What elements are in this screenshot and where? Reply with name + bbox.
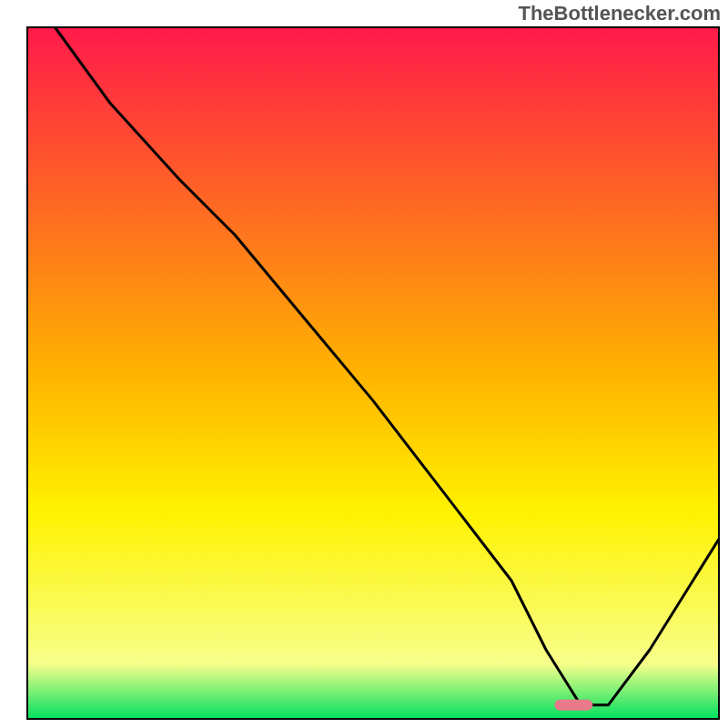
watermark-text: TheBottlenecker.com (518, 2, 721, 25)
plot-area (27, 27, 719, 719)
optimal-marker (554, 700, 592, 711)
chart-container: TheBottlenecker.com (0, 0, 728, 728)
gradient-background (27, 27, 719, 719)
chart-svg (0, 0, 728, 728)
